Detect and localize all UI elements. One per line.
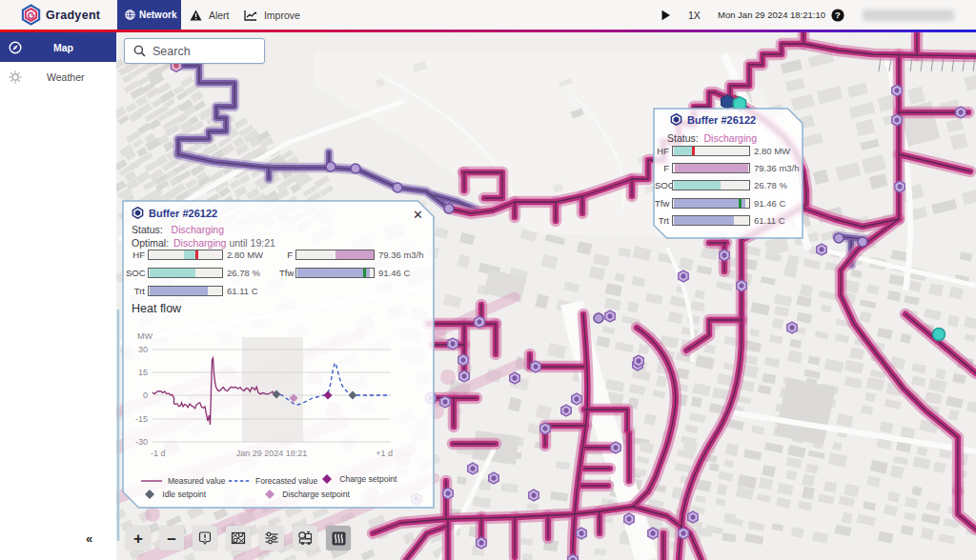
svg-text:15: 15: [138, 368, 148, 377]
svg-text:-30: -30: [135, 437, 148, 447]
svg-text:-15: -15: [135, 414, 148, 424]
svg-text:Jan 29 2024 18:21: Jan 29 2024 18:21: [236, 449, 308, 458]
svg-text:0: 0: [143, 390, 148, 400]
svg-text:+1 d: +1 d: [376, 449, 393, 458]
svg-text:30: 30: [138, 345, 148, 354]
svg-text:-1 d: -1 d: [151, 449, 166, 458]
svg-text:MW: MW: [137, 331, 152, 341]
svg-text:?: ?: [835, 10, 841, 20]
